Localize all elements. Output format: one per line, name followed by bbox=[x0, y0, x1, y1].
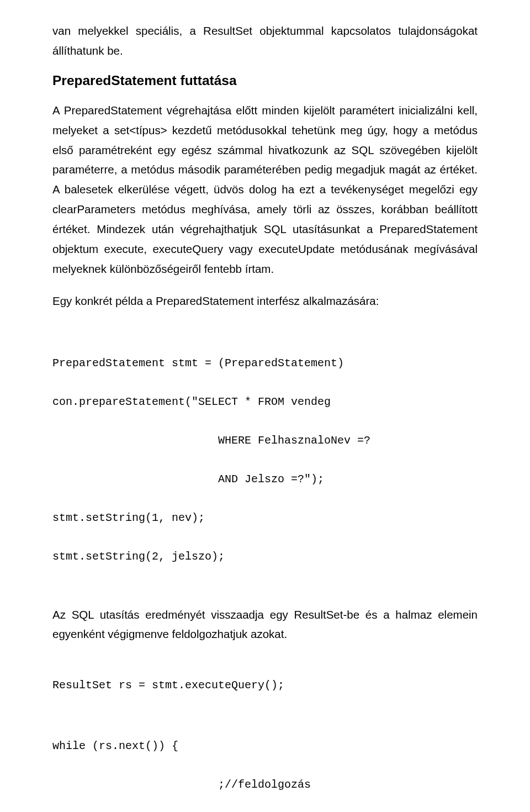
code-block-2: ResultSet rs = stmt.executeQuery(); bbox=[52, 656, 478, 695]
code-line: stmt.setString(1, nev); bbox=[52, 508, 478, 528]
code-block-1: PreparedStatement stmt = (PreparedStatem… bbox=[52, 334, 478, 566]
paragraph-body-2: Egy konkrét példa a PreparedStatement in… bbox=[52, 291, 478, 311]
section-heading: PreparedStatement futtatása bbox=[52, 73, 478, 88]
code-line: con.prepareStatement("SELECT * FROM vend… bbox=[52, 392, 478, 412]
page-container: van melyekkel speciális, a ResultSet obj… bbox=[0, 0, 530, 812]
code-line: ;//feldolgozás bbox=[52, 775, 478, 794]
spacer bbox=[52, 311, 478, 334]
paragraph-body-1: A PreparedStatement végrehajtása előtt m… bbox=[52, 101, 478, 279]
code-line: PreparedStatement stmt = (PreparedStatem… bbox=[52, 354, 478, 373]
code-line: WHERE FelhasznaloNev =? bbox=[52, 431, 478, 450]
code-line: AND Jelszo =?"); bbox=[52, 470, 478, 489]
code-line: while (rs.next()) { bbox=[52, 736, 478, 756]
code-block-3: while (rs.next()) { ;//feldolgozás } bbox=[52, 717, 478, 812]
code-line: stmt.setString(2, jelszo); bbox=[52, 547, 478, 566]
paragraph-intro: van melyekkel speciális, a ResultSet obj… bbox=[52, 21, 478, 61]
spacer bbox=[52, 588, 478, 605]
paragraph-body-3: Az SQL utasítás eredményét visszaadja eg… bbox=[52, 605, 478, 645]
code-line: ResultSet rs = stmt.executeQuery(); bbox=[52, 676, 478, 695]
